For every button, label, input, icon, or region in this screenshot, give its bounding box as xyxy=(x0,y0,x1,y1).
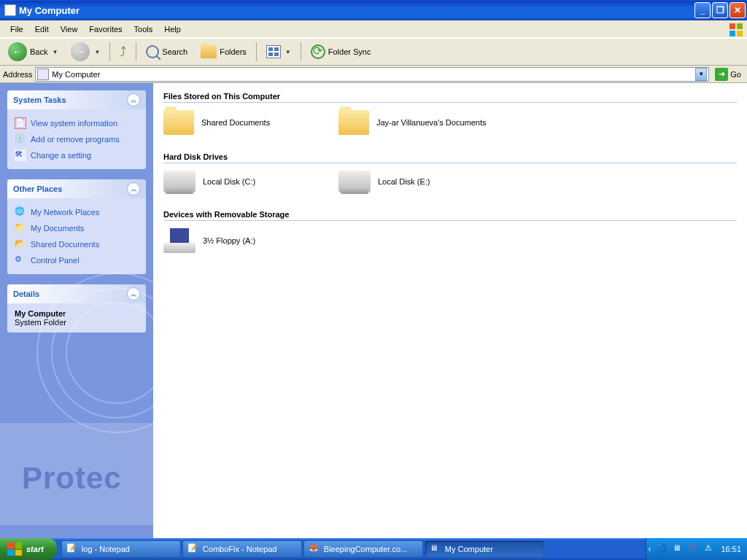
taskbar-button-label: log - Notepad xyxy=(82,545,130,553)
forward-button[interactable]: → ▼ xyxy=(66,41,105,63)
maximize-button[interactable]: ❐ xyxy=(712,2,728,18)
close-button[interactable]: ✕ xyxy=(729,2,746,18)
content-item[interactable]: 3½ Floppy (A:) xyxy=(163,228,324,253)
taskbar-button[interactable]: 🖥My Computer xyxy=(425,540,544,558)
taskbar-button[interactable]: 📝ComboFix - Notepad xyxy=(182,540,302,558)
back-label: Back xyxy=(30,47,47,56)
view-system-info-link[interactable]: 📄View system information xyxy=(15,115,139,131)
explorer-icon: 🖥 xyxy=(430,543,441,555)
system-tasks-title: System Tasks xyxy=(13,96,127,104)
menu-favorites[interactable]: Favorites xyxy=(83,23,128,36)
tray-icon[interactable]: 🔵 xyxy=(657,543,668,555)
content-item[interactable]: Local Disk (C:) xyxy=(163,171,324,192)
side-panel: System Tasks ︽ 📄View system information … xyxy=(0,83,153,540)
my-documents-link[interactable]: 📁My Documents xyxy=(15,220,139,236)
forward-dropdown-icon[interactable]: ▼ xyxy=(94,49,100,55)
back-dropdown-icon[interactable]: ▼ xyxy=(52,49,58,55)
content-item[interactable]: Shared Documents xyxy=(163,110,324,135)
separator xyxy=(256,42,257,61)
hard-disk-icon xyxy=(163,171,196,192)
clock[interactable]: 16:51 xyxy=(721,545,741,553)
title-bar: My Computer _ ❐ ✕ xyxy=(0,0,747,20)
notepad-icon: 📝 xyxy=(66,543,78,555)
group-header: Hard Disk Drives xyxy=(163,148,737,163)
go-arrow-icon: ➔ xyxy=(715,68,728,81)
folders-button[interactable]: Folders xyxy=(196,41,252,63)
hard-disk-icon xyxy=(338,171,371,192)
toolbar: ← Back ▼ → ▼ ⤴ Search Folders ▼ Folder S… xyxy=(0,38,747,66)
up-folder-icon: ⤴ xyxy=(120,44,126,60)
menu-tools[interactable]: Tools xyxy=(128,23,159,36)
start-label: start xyxy=(26,545,44,553)
item-label: Shared Documents xyxy=(201,118,270,127)
go-label: Go xyxy=(730,70,741,79)
firefox-icon: 🦊 xyxy=(309,543,320,555)
mycomputer-icon xyxy=(37,69,49,80)
start-button[interactable]: start xyxy=(0,538,57,560)
views-button[interactable]: ▼ xyxy=(261,41,296,63)
search-label: Search xyxy=(162,47,187,56)
minimize-button[interactable]: _ xyxy=(694,2,711,18)
taskbar: start 📝log - Notepad📝ComboFix - Notepad🦊… xyxy=(0,538,747,560)
folders-label: Folders xyxy=(220,47,247,56)
notepad-icon: 📝 xyxy=(187,543,199,555)
menu-file[interactable]: File xyxy=(4,23,29,36)
content-area[interactable]: Files Stored on This ComputerShared Docu… xyxy=(153,83,747,540)
control-panel-link[interactable]: ⚙Control Panel xyxy=(15,252,139,268)
address-label: Address xyxy=(3,70,32,79)
system-tasks-header[interactable]: System Tasks ︽ xyxy=(7,90,146,109)
address-value: My Computer xyxy=(52,70,695,79)
shared-documents-link[interactable]: 📂Shared Documents xyxy=(15,236,139,252)
taskbar-button-label: My Computer xyxy=(445,545,493,553)
folder-icon xyxy=(163,110,194,135)
sync-icon xyxy=(311,44,325,59)
network-places-link[interactable]: 🌐My Network Places xyxy=(15,204,139,220)
separator xyxy=(301,42,301,61)
other-places-panel: Other Places ︽ 🌐My Network Places 📁My Do… xyxy=(7,179,146,274)
menu-edit[interactable]: Edit xyxy=(29,23,55,36)
back-button[interactable]: ← Back ▼ xyxy=(3,41,63,63)
folder-sync-button[interactable]: Folder Sync xyxy=(306,41,376,63)
content-item[interactable]: Local Disk (E:) xyxy=(338,171,499,192)
app-icon xyxy=(4,4,16,16)
group-header: Devices with Removable Storage xyxy=(163,206,737,221)
taskbar-button[interactable]: 📝log - Notepad xyxy=(61,540,181,558)
tray-security-icon[interactable]: 🛡 xyxy=(689,543,700,555)
search-button[interactable]: Search xyxy=(141,41,193,63)
address-input[interactable]: My Computer ▼ xyxy=(35,67,709,82)
taskbar-button[interactable]: 🦊BleepingComputer.co... xyxy=(303,540,423,558)
search-icon xyxy=(146,45,159,58)
taskbar-button-label: BleepingComputer.co... xyxy=(324,545,407,553)
collapse-icon[interactable]: ︽ xyxy=(127,93,140,106)
other-places-header[interactable]: Other Places ︽ xyxy=(7,179,146,198)
content-item[interactable]: Jay-ar Villanueva's Documents xyxy=(338,110,499,135)
separator xyxy=(109,42,110,61)
floppy-icon xyxy=(163,228,196,253)
views-dropdown-icon[interactable]: ▼ xyxy=(285,49,291,55)
decorative-rings xyxy=(36,273,153,433)
system-tasks-panel: System Tasks ︽ 📄View system information … xyxy=(7,90,146,169)
item-label: Local Disk (E:) xyxy=(378,177,430,186)
item-label: Local Disk (C:) xyxy=(203,177,255,186)
collapse-icon[interactable]: ︽ xyxy=(127,182,140,195)
item-label: 3½ Floppy (A:) xyxy=(203,236,255,245)
add-remove-programs-link[interactable]: 💿Add or remove programs xyxy=(15,131,139,147)
back-arrow-icon: ← xyxy=(8,42,27,61)
go-button[interactable]: ➔ Go xyxy=(712,67,744,82)
window-title: My Computer xyxy=(19,5,693,16)
system-tray[interactable]: 🔵 🖥 🛡 ⚠ 16:51 xyxy=(646,538,747,560)
menu-view[interactable]: View xyxy=(55,23,84,36)
separator xyxy=(136,42,136,61)
start-flag-icon xyxy=(7,542,22,556)
tray-icon[interactable]: ⚠ xyxy=(705,543,716,555)
tray-network-icon[interactable]: 🖥 xyxy=(673,543,684,555)
address-bar: Address My Computer ▼ ➔ Go xyxy=(0,66,747,83)
menu-help[interactable]: Help xyxy=(158,23,187,36)
item-label: Jay-ar Villanueva's Documents xyxy=(376,118,486,127)
views-icon xyxy=(266,45,281,58)
up-button[interactable]: ⤴ xyxy=(115,41,131,63)
address-dropdown-icon[interactable]: ▼ xyxy=(695,68,707,81)
desktop-bg-text: Protec xyxy=(0,461,122,496)
change-setting-link[interactable]: 🛠Change a setting xyxy=(15,147,139,163)
windows-flag-icon xyxy=(728,22,746,36)
